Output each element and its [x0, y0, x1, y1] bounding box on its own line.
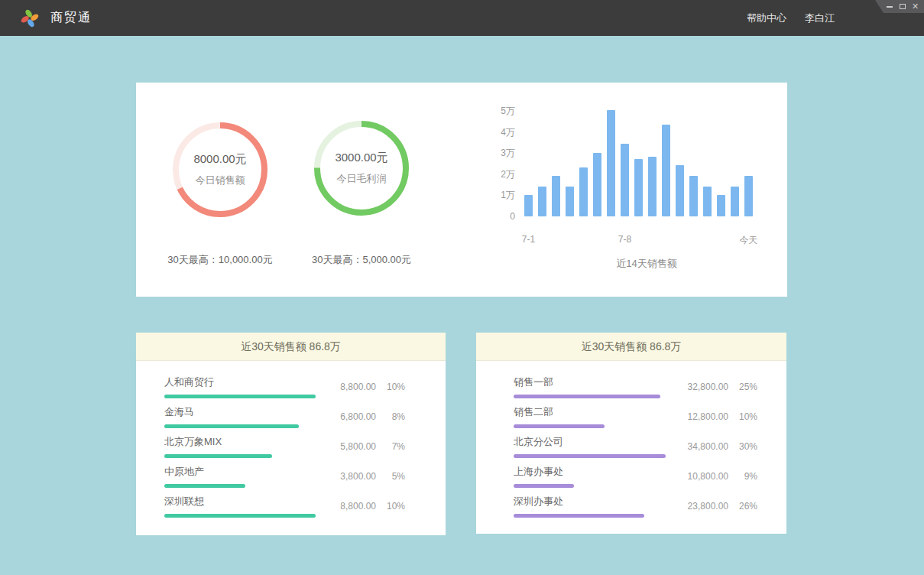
- window-controls: ✕: [875, 0, 924, 13]
- user-menu[interactable]: 李白江: [805, 11, 835, 25]
- rank-row: 人和商贸行8,800.0010%: [164, 372, 405, 401]
- bar: [524, 195, 533, 216]
- rank-row-bar: [514, 484, 574, 488]
- rank-row-bar: [514, 424, 605, 428]
- y-axis-tick: 2万: [495, 167, 515, 180]
- rank-row-percent: 5%: [376, 471, 405, 482]
- rank-row-label: 中原地产: [164, 465, 245, 479]
- x-axis-tick: 7-1: [522, 234, 535, 245]
- help-center-link[interactable]: 帮助中心: [747, 11, 786, 25]
- bar: [552, 176, 560, 216]
- rank-row: 上海办事处10,800.009%: [514, 461, 757, 491]
- rank-row-percent: 26%: [728, 501, 757, 512]
- app-title: 商贸通: [50, 10, 92, 26]
- rank-row-label: 金海马: [164, 405, 299, 419]
- y-axis-tick: 4万: [495, 125, 515, 138]
- rank-row: 中原地产3,800.005%: [164, 461, 405, 491]
- app-logo-icon: [21, 8, 39, 28]
- rank-row: 北京分公司34,800.0030%: [514, 431, 757, 461]
- rank-row-bar: [164, 514, 316, 518]
- maximize-icon: [900, 4, 906, 9]
- today-sales-metric: 今日销售额: [196, 174, 245, 187]
- sales-14d-bar-chart: 5万4万3万2万1万0 7-17-8今天 近14天销售额: [495, 104, 776, 276]
- rank-row-bar: [164, 424, 299, 428]
- rank-row: 销售二部12,800.0010%: [514, 401, 757, 431]
- close-icon: ✕: [912, 2, 919, 11]
- rank-row: 金海马6,800.008%: [164, 401, 405, 431]
- rank-row-value: 23,800.00: [675, 501, 728, 512]
- rank-row-value: 12,800.00: [675, 411, 728, 422]
- rank-row: 北京万象MIX5,800.007%: [164, 431, 405, 461]
- bar: [593, 153, 601, 216]
- rank-row: 深圳办事处23,800.0026%: [514, 491, 757, 521]
- rank-row-percent: 8%: [376, 411, 405, 422]
- rank-row-label: 销售一部: [514, 375, 660, 389]
- rank-row: 销售一部32,800.0025%: [514, 372, 757, 401]
- today-profit-value: 3000.00元: [335, 151, 387, 165]
- bar-chart-title: 近14天销售额: [616, 257, 676, 271]
- y-axis-tick: 3万: [495, 147, 515, 160]
- today-profit-gauge-labels: 3000.00元 今日毛利润: [313, 119, 410, 217]
- y-axis-tick: 5万: [495, 105, 515, 118]
- app-titlebar: 商贸通 帮助中心 李白江 ✕: [0, 0, 924, 36]
- bar: [689, 176, 698, 216]
- x-axis-tick: 7-8: [618, 234, 631, 245]
- rank-row-bar: [514, 395, 660, 398]
- today-sales-gauge-labels: 8000.00元 今日销售额: [171, 121, 269, 219]
- department-rank-panel: 近30天销售额 86.8万 销售一部32,800.0025%销售二部12,800…: [476, 333, 786, 534]
- rank-row-percent: 10%: [376, 382, 405, 392]
- rank-row-value: 32,800.00: [675, 382, 728, 392]
- rank-row-value: 5,800.00: [323, 441, 376, 452]
- rank-row-percent: 7%: [376, 441, 405, 452]
- rank-row-bar: [164, 484, 245, 488]
- rank-row-percent: 9%: [728, 471, 757, 482]
- bar: [731, 187, 739, 216]
- x-axis-tick: 今天: [740, 234, 758, 247]
- rank-row-label: 销售二部: [514, 405, 605, 419]
- rank-row-value: 10,800.00: [675, 471, 728, 482]
- rank-row-value: 8,800.00: [323, 501, 376, 512]
- bar: [744, 176, 753, 216]
- minimize-icon: [887, 6, 893, 8]
- bar: [648, 157, 657, 216]
- customer-rank-header: 近30天销售额 86.8万: [136, 333, 446, 361]
- rank-row-percent: 10%: [376, 501, 405, 512]
- rank-row-percent: 25%: [728, 382, 757, 392]
- rank-row-label: 上海办事处: [514, 465, 574, 479]
- bar: [703, 187, 712, 216]
- rank-row-bar: [164, 395, 316, 398]
- rank-row-percent: 30%: [728, 441, 757, 452]
- rank-row: 深圳联想8,800.0010%: [164, 491, 405, 521]
- rank-row-bar: [164, 454, 272, 458]
- y-axis-tick: 1万: [495, 189, 515, 202]
- rank-row-bar: [514, 454, 666, 458]
- bar: [634, 159, 643, 216]
- rank-row-bar: [514, 514, 644, 518]
- bar: [579, 167, 588, 216]
- rank-row-label: 人和商贸行: [164, 375, 316, 389]
- bar: [607, 110, 615, 216]
- rank-row-label: 深圳办事处: [514, 495, 644, 508]
- bar: [717, 195, 725, 216]
- maximize-button[interactable]: [896, 0, 909, 13]
- bar: [676, 165, 684, 216]
- rank-row-value: 8,800.00: [323, 382, 376, 392]
- close-button[interactable]: ✕: [909, 0, 922, 13]
- rank-row-value: 6,800.00: [323, 411, 376, 422]
- today-sales-value: 8000.00元: [193, 152, 246, 167]
- today-profit-30d-max: 30天最高：5,000.00元: [297, 253, 426, 267]
- rank-row-value: 3,800.00: [323, 471, 376, 482]
- rank-row-value: 34,800.00: [675, 441, 728, 452]
- department-rank-rows: 销售一部32,800.0025%销售二部12,800.0010%北京分公司34,…: [476, 361, 786, 521]
- bar: [566, 187, 574, 216]
- bar-chart-bars: [524, 109, 753, 216]
- rank-row-label: 深圳联想: [164, 495, 316, 508]
- minimize-button[interactable]: [883, 0, 896, 13]
- bar: [621, 144, 629, 216]
- rank-row-percent: 10%: [728, 411, 757, 422]
- rank-row-label: 北京万象MIX: [164, 435, 272, 449]
- bar: [662, 125, 670, 216]
- department-rank-header: 近30天销售额 86.8万: [476, 333, 786, 361]
- customer-rank-rows: 人和商贸行8,800.0010%金海马6,800.008%北京万象MIX5,80…: [136, 361, 446, 521]
- bar: [538, 187, 546, 216]
